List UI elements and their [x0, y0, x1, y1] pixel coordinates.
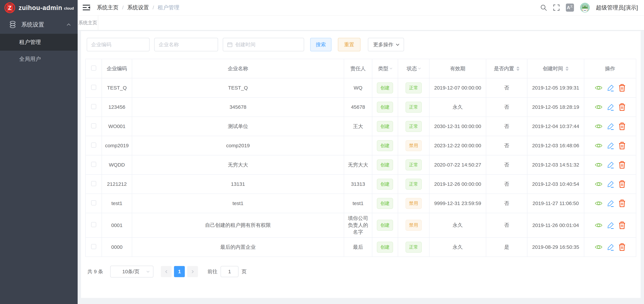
- goto-page-input[interactable]: [220, 266, 238, 277]
- select-all-checkbox[interactable]: [91, 66, 96, 71]
- row-checkbox[interactable]: [91, 104, 96, 109]
- search-button[interactable]: 搜索: [310, 38, 332, 51]
- cell-expiry: 2019-12-07 00:00:00: [429, 78, 486, 97]
- delete-icon[interactable]: [619, 84, 626, 92]
- col-company-name: 企业名称: [132, 59, 344, 78]
- cell-owner: test1: [344, 194, 372, 213]
- sidebar-item-global-users[interactable]: 全局用户: [0, 51, 78, 68]
- delete-icon[interactable]: [619, 221, 626, 229]
- breadcrumb-item-home[interactable]: 系统主页: [97, 4, 118, 11]
- row-checkbox[interactable]: [91, 200, 96, 205]
- fullscreen-icon[interactable]: [553, 4, 560, 11]
- edit-icon[interactable]: [607, 161, 614, 169]
- table-row: 21212121313131313创建正常2019-12-26 00:00:00…: [86, 174, 636, 194]
- col-type[interactable]: 类型: [372, 59, 398, 78]
- view-icon[interactable]: [595, 222, 602, 228]
- col-created[interactable]: 创建时间: [527, 59, 584, 78]
- view-icon[interactable]: [595, 181, 602, 187]
- type-tag: 创建: [377, 140, 393, 151]
- tab-system-home[interactable]: 系统主页: [78, 16, 98, 30]
- view-icon[interactable]: [595, 104, 602, 110]
- view-icon[interactable]: [595, 123, 602, 129]
- delete-icon[interactable]: [619, 103, 626, 111]
- col-builtin[interactable]: 是否内置: [486, 59, 527, 78]
- edit-icon[interactable]: [607, 84, 614, 92]
- created-time-field[interactable]: [223, 38, 304, 51]
- filter-caret-icon[interactable]: [418, 67, 421, 69]
- table-row: comp2019comp2019创建禁用2023-12-22 00:00:00否…: [86, 136, 636, 155]
- sort-caret-icon[interactable]: [566, 66, 568, 71]
- edit-icon[interactable]: [607, 103, 614, 111]
- main-column: 系统主页 / 系统设置 / 租户管理 A文: [78, 0, 644, 304]
- edit-icon[interactable]: [607, 200, 614, 207]
- table-row: TEST_QTEST_QWQ创建正常2019-12-07 00:00:00否20…: [86, 78, 636, 97]
- view-icon[interactable]: [595, 200, 602, 206]
- delete-icon[interactable]: [619, 142, 626, 149]
- more-actions-button[interactable]: 更多操作: [368, 38, 404, 51]
- view-icon[interactable]: [595, 85, 602, 91]
- chevron-up-icon: [66, 23, 71, 26]
- sidebar-item-tenant-management[interactable]: 租户管理: [0, 34, 78, 51]
- collapse-menu-icon[interactable]: [83, 5, 90, 11]
- content-area: 搜索 重置 更多操作: [78, 31, 644, 304]
- cell-actions: [584, 174, 636, 194]
- filter-caret-icon[interactable]: [390, 67, 392, 69]
- row-checkbox[interactable]: [91, 244, 96, 249]
- row-checkbox[interactable]: [91, 143, 96, 148]
- app-root: Z zuihou-admin cloud 系统设置 租户管理 全局用户: [0, 0, 644, 304]
- col-company-code: 企业编码: [102, 59, 132, 78]
- edit-icon[interactable]: [607, 243, 614, 251]
- cell-created: 2019-12-03 16:48:06: [527, 136, 584, 155]
- delete-icon[interactable]: [619, 199, 626, 207]
- sort-caret-icon[interactable]: [516, 66, 520, 71]
- company-name-field[interactable]: [154, 38, 218, 51]
- cell-company-code: WO001: [102, 117, 132, 136]
- cell-company-name: 测试单位: [132, 117, 344, 136]
- logo[interactable]: Z zuihou-admin cloud: [0, 0, 78, 16]
- next-page-button[interactable]: [187, 266, 198, 277]
- edit-icon[interactable]: [607, 123, 614, 130]
- sidebar-group-system-settings[interactable]: 系统设置: [0, 16, 78, 34]
- user-name[interactable]: 超级管理员[演示]: [596, 4, 638, 12]
- company-code-input[interactable]: [91, 42, 145, 48]
- breadcrumb-separator: /: [152, 5, 154, 11]
- language-icon[interactable]: A文: [566, 4, 574, 12]
- view-icon[interactable]: [595, 162, 602, 168]
- cell-company-code: 0000: [102, 237, 132, 257]
- cell-owner: [344, 136, 372, 155]
- cell-company-name: 13131: [132, 174, 344, 194]
- delete-icon[interactable]: [619, 180, 626, 188]
- row-checkbox[interactable]: [91, 85, 96, 90]
- breadcrumb-separator: /: [122, 5, 124, 11]
- logo-text: zuihou-admin: [18, 4, 62, 12]
- search-icon[interactable]: [540, 4, 547, 11]
- cell-owner: 31313: [344, 174, 372, 194]
- edit-icon[interactable]: [607, 222, 614, 229]
- delete-icon[interactable]: [619, 243, 626, 251]
- reset-button[interactable]: 重置: [338, 38, 360, 51]
- cell-builtin: 是: [486, 237, 527, 257]
- row-checkbox[interactable]: [91, 123, 96, 128]
- current-page[interactable]: 1: [174, 266, 185, 277]
- page-size-select[interactable]: 10条/页: [110, 266, 154, 277]
- breadcrumb-item-settings[interactable]: 系统设置: [127, 4, 149, 11]
- col-status[interactable]: 状态: [398, 59, 429, 78]
- row-checkbox[interactable]: [91, 162, 96, 167]
- edit-icon[interactable]: [607, 180, 614, 188]
- pagination: 共 9 条 10条/页 1 前往 页: [88, 266, 636, 277]
- status-tag: 禁用: [406, 220, 422, 231]
- row-checkbox[interactable]: [91, 181, 96, 186]
- delete-icon[interactable]: [619, 122, 626, 130]
- company-name-input[interactable]: [159, 42, 214, 48]
- tenant-table: 企业编码 企业名称 责任人 类型 状态 有效期 是否内置 创建时间 操作 TES…: [86, 59, 636, 257]
- cell-actions: [584, 237, 636, 257]
- delete-icon[interactable]: [619, 161, 626, 169]
- edit-icon[interactable]: [607, 142, 614, 149]
- prev-page-button[interactable]: [161, 266, 172, 277]
- view-icon[interactable]: [595, 244, 602, 250]
- row-checkbox[interactable]: [91, 222, 96, 227]
- company-code-field[interactable]: [87, 38, 150, 51]
- created-time-input[interactable]: [235, 42, 300, 48]
- view-icon[interactable]: [595, 143, 602, 148]
- avatar[interactable]: [580, 3, 590, 13]
